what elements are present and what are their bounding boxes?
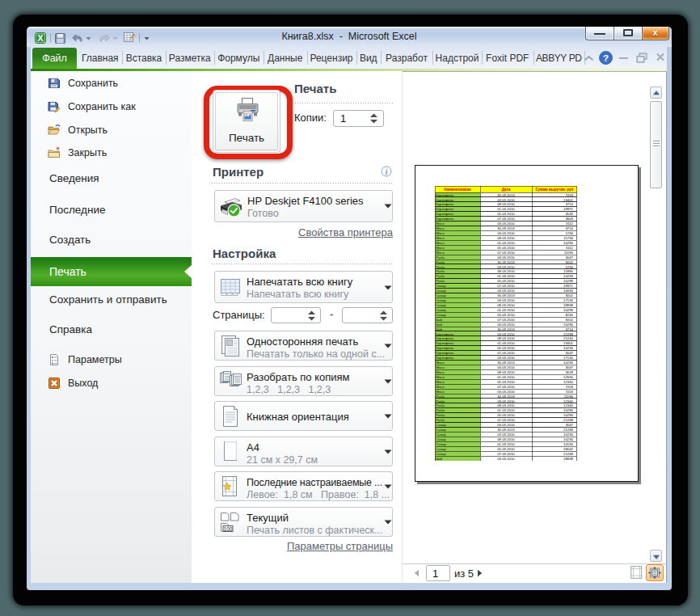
svg-text:Рыба: Рыба xyxy=(436,265,445,269)
svg-text:3112: 3112 xyxy=(566,222,574,226)
svg-text:10299: 10299 xyxy=(563,308,574,312)
svg-text:13401: 13401 xyxy=(563,198,574,202)
svg-text:05.03.2010: 05.03.2010 xyxy=(497,313,515,317)
svg-text:Картофель: Картофель xyxy=(436,336,454,340)
svg-text:21268: 21268 xyxy=(563,452,574,456)
svg-text:03.03.2010: 03.03.2010 xyxy=(497,298,515,302)
svg-text:Сахар: Сахар xyxy=(436,303,446,307)
svg-text:3047: 3047 xyxy=(565,351,573,355)
svg-text:Чай: Чай xyxy=(436,457,442,461)
svg-text:12340: 12340 xyxy=(563,399,574,403)
svg-text:Сахар: Сахар xyxy=(436,437,446,441)
svg-text:Сахар: Сахар xyxy=(436,308,446,312)
svg-text:?: ? xyxy=(603,53,609,63)
svg-text:3714: 3714 xyxy=(565,327,573,331)
svg-text:3047: 3047 xyxy=(565,255,573,259)
svg-text:10230: 10230 xyxy=(563,437,574,441)
svg-text:10290: 10290 xyxy=(563,241,574,245)
svg-text:01.03.2010: 01.03.2010 xyxy=(497,375,515,379)
svg-text:Картофель: Картофель xyxy=(436,346,454,350)
svg-text:Мясо: Мясо xyxy=(436,361,445,365)
svg-text:3018: 3018 xyxy=(565,212,573,216)
svg-text:Сахар: Сахар xyxy=(436,313,446,317)
svg-text:10230: 10230 xyxy=(563,361,574,365)
svg-text:08.03.2010: 08.03.2010 xyxy=(497,269,515,273)
svg-text:Картофель: Картофель xyxy=(436,217,454,221)
svg-text:05.03.2010: 05.03.2010 xyxy=(497,212,515,216)
svg-text:05.03.2010: 05.03.2010 xyxy=(497,246,515,250)
svg-text:3047: 3047 xyxy=(565,365,573,369)
svg-text:21240: 21240 xyxy=(563,336,574,340)
svg-text:Рыба: Рыба xyxy=(436,403,445,407)
svg-text:Чай: Чай xyxy=(436,318,442,322)
svg-text:Сахар: Сахар xyxy=(436,293,446,297)
svg-text:Рыба: Рыба xyxy=(436,274,445,278)
svg-text:100: 100 xyxy=(224,525,233,531)
svg-text:12340: 12340 xyxy=(563,403,574,407)
svg-text:07.03.2010: 07.03.2010 xyxy=(497,452,515,456)
svg-text:12340: 12340 xyxy=(563,380,574,384)
svg-text:30.09.2013: 30.09.2013 xyxy=(497,193,515,197)
svg-text:01.03.2010: 01.03.2010 xyxy=(497,408,515,412)
svg-text:Мясо: Мясо xyxy=(436,236,445,240)
svg-text:9202: 9202 xyxy=(565,318,573,322)
svg-text:10290: 10290 xyxy=(563,323,574,327)
svg-text:03.03.2010: 03.03.2010 xyxy=(497,356,515,360)
svg-text:i: i xyxy=(386,168,388,176)
svg-text:Сахар: Сахар xyxy=(436,432,446,437)
svg-text:Сумма выручки, руб: Сумма выручки, руб xyxy=(536,187,574,192)
svg-text:Сахар: Сахар xyxy=(436,442,446,446)
svg-text:Чай: Чай xyxy=(436,323,442,327)
svg-text:07.03.2010: 07.03.2010 xyxy=(497,318,515,322)
svg-text:12630: 12630 xyxy=(563,375,574,379)
svg-text:7203: 7203 xyxy=(565,390,573,394)
svg-text:13401: 13401 xyxy=(563,341,574,345)
svg-text:Наименование: Наименование xyxy=(444,188,471,192)
svg-text:Картофель: Картофель xyxy=(436,193,454,197)
svg-text:10290: 10290 xyxy=(563,408,574,412)
svg-text:07.03.2010: 07.03.2010 xyxy=(497,385,515,389)
svg-text:30.09.2013: 30.09.2013 xyxy=(497,293,515,297)
svg-text:Картофель: Картофель xyxy=(436,207,454,211)
svg-text:03.03.2010: 03.03.2010 xyxy=(497,231,515,235)
svg-text:01.03.2010: 01.03.2010 xyxy=(497,341,515,345)
svg-text:03.03.2010: 03.03.2010 xyxy=(497,323,515,327)
svg-text:30.09.2013: 30.09.2013 xyxy=(497,327,515,331)
svg-text:30.09.2013: 30.09.2013 xyxy=(497,226,515,230)
svg-text:Рыба: Рыба xyxy=(436,279,445,283)
svg-text:03.03.2010: 03.03.2010 xyxy=(497,198,515,202)
svg-text:10630: 10630 xyxy=(563,289,574,293)
svg-text:Сахар: Сахар xyxy=(436,423,446,427)
svg-text:03.03.2010: 03.03.2010 xyxy=(497,332,515,336)
svg-text:11190: 11190 xyxy=(564,394,574,399)
svg-text:1234: 1234 xyxy=(565,231,573,235)
svg-text:03.03.2010: 03.03.2010 xyxy=(497,289,515,293)
svg-text:07.03.2010: 07.03.2010 xyxy=(497,284,515,288)
svg-text:18042: 18042 xyxy=(563,447,574,451)
svg-text:Мясо: Мясо xyxy=(436,365,445,369)
svg-text:08.03.2010: 08.03.2010 xyxy=(497,303,515,307)
svg-text:07.03.2010: 07.03.2010 xyxy=(497,217,515,221)
svg-text:10299: 10299 xyxy=(563,279,574,283)
svg-text:9202: 9202 xyxy=(565,260,573,264)
svg-text:03.03.2010: 03.03.2010 xyxy=(497,365,515,369)
svg-text:Чай: Чай xyxy=(436,327,442,331)
svg-text:Мясо: Мясо xyxy=(436,241,445,245)
svg-text:07.03.2010: 07.03.2010 xyxy=(497,418,515,422)
svg-text:Мясо: Мясо xyxy=(436,231,445,235)
svg-text:9202: 9202 xyxy=(565,293,573,297)
svg-text:Мясо: Мясо xyxy=(436,385,445,389)
svg-text:05.03.2010: 05.03.2010 xyxy=(497,279,515,283)
svg-text:Мясо: Мясо xyxy=(436,390,445,394)
svg-text:08.03.2010: 08.03.2010 xyxy=(497,236,515,240)
svg-text:8230: 8230 xyxy=(565,313,573,317)
svg-text:7203: 7203 xyxy=(565,193,573,197)
svg-text:Рыба: Рыба xyxy=(436,413,445,417)
svg-text:01.03.2010: 01.03.2010 xyxy=(497,274,515,278)
svg-text:Рыба: Рыба xyxy=(436,399,445,403)
svg-text:08.03.2010: 08.03.2010 xyxy=(497,403,515,407)
svg-text:18838: 18838 xyxy=(563,303,574,307)
svg-text:10230: 10230 xyxy=(563,432,574,437)
svg-text:11734: 11734 xyxy=(563,236,573,240)
svg-text:1234: 1234 xyxy=(565,265,573,269)
